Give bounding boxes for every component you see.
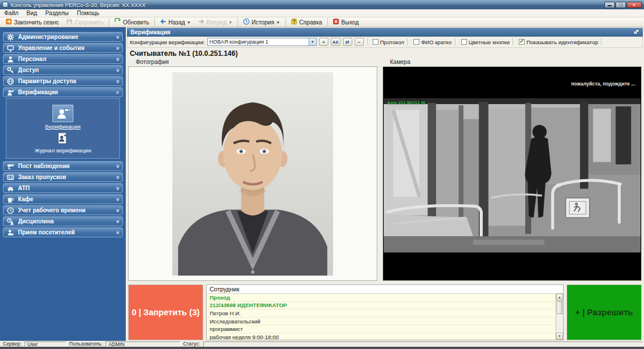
toolbar-button-label: Назад	[168, 19, 185, 26]
cctv-icon	[6, 162, 15, 170]
checkbox-label: ФИО кратко	[421, 39, 452, 45]
chevron-icon: »	[115, 35, 121, 39]
sidebar-item-label: Кафе	[18, 196, 112, 202]
menu-bar: Файл Вид Разделы Помощь	[0, 9, 644, 17]
menu-item-label: Файл	[4, 10, 19, 16]
employee-row: Исследовательский	[207, 318, 555, 326]
chevron-icon: »	[115, 187, 121, 190]
status-bar: Сервер: User Пользователь: ADMIN Статус:	[0, 341, 644, 347]
sidebar-item[interactable]: Персонал »	[3, 54, 123, 64]
allow-button[interactable]: + | Разрешить	[567, 284, 642, 340]
close-button[interactable]: ✕	[627, 2, 642, 8]
monitor-icon	[6, 44, 15, 52]
window-bottom-edge	[0, 347, 644, 349]
chevron-icon: »	[115, 165, 121, 168]
menu-item[interactable]: Вид	[23, 9, 41, 17]
forward-icon	[198, 18, 205, 26]
deny-button[interactable]: 0 | Запретить (3)	[128, 284, 203, 340]
config-button[interactable]: ⇄	[343, 38, 352, 46]
toolbar-button[interactable]: Назад ▼	[154, 18, 194, 27]
sidebar-item[interactable]: Администрирование »	[3, 32, 123, 42]
sidebar-item-label: Учет рабочего времени	[18, 207, 112, 213]
config-button[interactable]: −	[355, 38, 364, 46]
scroll-thumb[interactable]	[557, 301, 562, 314]
sidebar-item[interactable]: Учет рабочего времени »	[3, 205, 123, 215]
sidebar-item[interactable]: Кафе »	[3, 194, 123, 204]
toolbar-button-label: Справка	[299, 19, 322, 26]
toolbar-button[interactable]: Справка ▼	[285, 18, 325, 27]
sidebar-item[interactable]: Пост наблюдения »	[3, 161, 123, 171]
config-button[interactable]: АК	[331, 38, 341, 46]
menu-item[interactable]: Помощь	[73, 9, 104, 17]
employee-row: Проход	[207, 294, 555, 302]
chevron-icon: »	[115, 91, 121, 94]
toolbar-button-label: Закончить сеанс	[14, 19, 59, 26]
sidebar-item-label: Параметры доступа	[18, 78, 112, 84]
sidebar-item[interactable]: Параметры доступа »	[3, 76, 123, 86]
sidebar-item-label: Верификация	[18, 89, 112, 95]
sidebar-item[interactable]: Доступ »	[3, 65, 123, 75]
pin-icon[interactable]	[634, 29, 639, 36]
maximize-button[interactable]: ❐	[615, 2, 626, 8]
cup-icon	[6, 195, 15, 204]
scroll-up-icon[interactable]: ▲	[556, 294, 563, 301]
chevron-icon: »	[115, 58, 121, 61]
sidebar-item[interactable]: Дисциплина »	[3, 216, 123, 226]
config-checkbox[interactable]: ✓ Цветные кнопки	[460, 38, 516, 45]
photo-panel: Фотография	[128, 58, 377, 281]
checkbox-box[interactable]: ✓	[461, 39, 467, 45]
menu-item[interactable]: Разделы	[41, 9, 73, 17]
config-button[interactable]: +	[319, 38, 328, 46]
toolbar-button[interactable]: Вперед ▼	[194, 18, 236, 27]
checkbox-box[interactable]: ✓	[373, 39, 378, 45]
verify-icon	[6, 88, 15, 97]
toolbar-button[interactable]: Закончить сеанс ▼	[2, 18, 62, 27]
exit-icon	[332, 18, 339, 26]
server-value: User	[24, 341, 66, 347]
toolbar-button[interactable]: История ▼	[238, 18, 284, 27]
config-checkbox[interactable]: ✓ Протокол	[371, 38, 411, 45]
scroll-down-icon[interactable]: ▼	[556, 333, 563, 340]
sidebar-item[interactable]: Заказ пропусков »	[3, 172, 123, 182]
person-icon	[6, 55, 15, 63]
window-title: Консоль управления PERCo-S-20, Версия: X…	[10, 2, 146, 8]
config-checkbox[interactable]: ✓ ФИО кратко	[412, 38, 458, 45]
toolbar-button[interactable]: Выход ▼	[327, 18, 362, 27]
sidebar-item[interactable]: Верификация »	[3, 87, 123, 97]
car-icon	[6, 184, 15, 193]
checkbox-box[interactable]: ✓	[519, 39, 525, 45]
chevron-icon: »	[115, 220, 121, 223]
checkbox-box[interactable]: ✓	[413, 39, 419, 45]
sidebar-item[interactable]: Управление и события »	[3, 43, 123, 53]
minimize-button[interactable]: ▬	[604, 2, 615, 8]
scrollbar[interactable]: ▲ ▼	[555, 294, 563, 340]
toolbar-button[interactable]: Сохранить ▼	[62, 18, 107, 27]
toolbar-button-label: Обновить	[123, 19, 149, 26]
camera-wait-text: пожалуйста, подождите ...	[571, 81, 635, 87]
sidebar-item[interactable]: АТП »	[3, 183, 123, 193]
employee-row: программист	[207, 325, 555, 333]
checkbox-label: Цветные кнопки	[469, 39, 510, 45]
server-label: Сервер:	[1, 341, 23, 347]
config-checkbox[interactable]: ✓ Показывать идентификатор	[518, 38, 604, 45]
toolbar-button[interactable]: Обновить ▼	[109, 18, 153, 27]
employee-row: 212/43698 ИДЕНТЕФИКАТОР	[207, 302, 555, 310]
config-select[interactable]: НОВАЯ конфигурация 1 ▼	[207, 38, 317, 46]
menu-item[interactable]: Файл	[0, 9, 23, 17]
sidebar-item-label: Дисциплина	[18, 218, 112, 225]
chevron-icon: »	[115, 198, 121, 201]
title-bar: Консоль управления PERCo-S-20, Версия: X…	[0, 0, 644, 9]
sidebar-subitem-verification-journal[interactable]: Журнал верификации	[9, 132, 117, 154]
clock-icon	[6, 206, 15, 215]
chevron-icon: »	[115, 231, 121, 234]
select-dropdown-icon[interactable]: ▼	[309, 38, 316, 45]
status-label: Статус:	[181, 341, 201, 347]
chevron-icon: »	[115, 209, 121, 212]
user-value: ADMIN	[105, 341, 180, 347]
sidebar-subitem-verification[interactable]: Верификация	[9, 105, 117, 130]
config-select-value: НОВАЯ конфигурация 1	[208, 39, 309, 45]
chevron-icon: »	[115, 80, 121, 83]
menu-item-label: Вид	[27, 10, 37, 16]
sidebar-item[interactable]: Прием посетителей »	[3, 227, 123, 237]
save-icon	[66, 18, 73, 26]
